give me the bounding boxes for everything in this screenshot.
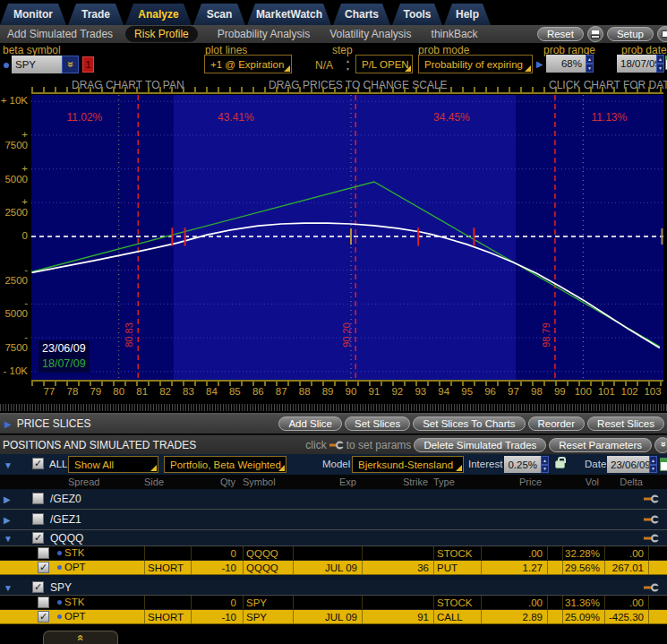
portfolio-dropdown[interactable]: Portfolio, Beta Weighted	[164, 456, 286, 473]
plot-lines-dropdown[interactable]: +1 @ Expiration	[204, 55, 292, 73]
x-tick-label: 82	[159, 386, 171, 397]
interest-stepper[interactable]: ▲ ▼	[541, 456, 549, 473]
prob-date-input[interactable]: 18/07/09	[617, 55, 656, 73]
expand-group-icon[interactable]: ▶	[4, 515, 11, 525]
expand-group-icon[interactable]: ▶	[4, 494, 11, 504]
reset-button[interactable]: Reset	[537, 27, 584, 41]
reset-slices-button[interactable]: Reset Slices	[587, 416, 664, 431]
row-checkbox[interactable]	[38, 547, 49, 559]
group-symbol: QQQQ	[50, 532, 83, 545]
row-checkbox[interactable]: ✓	[38, 562, 49, 573]
wrench-icon[interactable]	[644, 515, 659, 524]
portfolio-value: Portfolio, Beta Weighted	[170, 459, 281, 470]
subtab-probability-analysis[interactable]: Probability Analysis	[218, 28, 310, 40]
instrument-group-QQQQ[interactable]: ▼✓QQQQ	[0, 530, 667, 546]
calendar-icon[interactable]	[660, 458, 667, 471]
position-date-input[interactable]: 23/06/09	[607, 456, 649, 473]
expand-bottom-panel-handle[interactable]: «	[43, 631, 118, 644]
wrench-icon[interactable]	[644, 534, 659, 543]
tab-trade[interactable]: Trade	[68, 4, 124, 25]
tab-analyze[interactable]: Analyze	[125, 4, 192, 25]
interest-down-icon[interactable]: ▼	[541, 465, 549, 474]
collapse-group-icon[interactable]: ▼	[4, 534, 13, 544]
lock-icon[interactable]	[555, 460, 565, 468]
beta-weight-badge[interactable]: 1	[82, 56, 94, 73]
subtab-risk-profile[interactable]: Risk Profile	[125, 26, 198, 42]
risk-profile-chart[interactable]: 11.02%43.41%34.45%11.13%80.8390.2098.79	[31, 95, 663, 380]
price-slices-expand-icon[interactable]: ▶	[4, 419, 12, 429]
all-checkbox[interactable]: ✓	[32, 458, 44, 469]
cell-price: 1.27	[481, 561, 546, 574]
subtab-volatility-analysis[interactable]: Volatility Analysis	[329, 28, 411, 40]
step-mode-dropdown[interactable]: P/L OPEN	[355, 55, 413, 73]
group-checkbox[interactable]: ✓	[32, 581, 44, 593]
detach-window-icon[interactable]	[657, 26, 667, 42]
panel-resize-handle[interactable]	[0, 404, 667, 411]
tab-scan[interactable]: Scan	[193, 4, 245, 25]
show-all-dropdown[interactable]: Show All	[68, 456, 158, 473]
collapse-panel-icon[interactable]: «	[654, 437, 667, 453]
step-down-icon[interactable]: ▼	[344, 64, 352, 73]
subtab-thinkback[interactable]: thinkBack	[432, 28, 478, 40]
tab-tools[interactable]: Tools	[392, 4, 442, 25]
dropdown-fold-icon	[405, 65, 411, 72]
instrument-dot-icon	[57, 565, 62, 570]
prob-date-down-icon[interactable]: ▼	[656, 64, 664, 73]
set-slices-to-charts-button[interactable]: Set Slices To Charts	[413, 416, 525, 431]
interest-input[interactable]: 0.25%	[504, 456, 541, 473]
delete-simulated-trades-button[interactable]: Delete Simulated Trades	[414, 438, 546, 452]
expand-right-icon[interactable]: ▶	[536, 59, 543, 69]
tab-help[interactable]: Help	[444, 4, 491, 25]
wrench-icon[interactable]	[644, 583, 659, 592]
instrument-group-GEZ0[interactable]: ▶/GEZ0	[0, 489, 667, 510]
setup-button[interactable]: Setup	[607, 27, 654, 41]
position-date-down-icon[interactable]: ▼	[649, 465, 657, 474]
beta-symbol-dropdown-button[interactable]: «	[62, 56, 79, 73]
beta-symbol-input[interactable]: SPY	[12, 56, 62, 73]
prob-range-stepper[interactable]: ▲ ▼	[586, 55, 594, 73]
set-slices-button[interactable]: Set Slices	[345, 416, 410, 431]
position-row-QQQQ-STK[interactable]: STK0QQQQSTOCK.0032.28%.00	[0, 546, 667, 561]
prob-date-stepper[interactable]: ▲ ▼	[656, 55, 664, 73]
tab-monitor[interactable]: Monitor	[0, 4, 66, 25]
prob-range-input[interactable]: 68%	[546, 55, 586, 73]
beta-symbol-label: beta symbol	[3, 44, 61, 56]
row-checkbox[interactable]: ✓	[38, 611, 49, 623]
step-up-icon[interactable]: ▲	[344, 56, 352, 64]
interest-up-icon[interactable]: ▲	[541, 456, 549, 465]
prob-date-up-icon[interactable]: ▲	[656, 55, 664, 64]
position-row-SPY-STK[interactable]: STK0SPYSTOCK.0031.36%.00	[0, 596, 667, 610]
instrument-group-GEZ1[interactable]: ▶/GEZ1	[0, 510, 667, 530]
slice-price-label: 80.83	[124, 320, 134, 350]
positions-title: POSITIONS AND SIMULATED TRADES	[3, 439, 196, 451]
reorder-button[interactable]: Reorder	[528, 416, 586, 431]
group-checkbox[interactable]	[32, 493, 44, 504]
position-row-QQQQ-OPT[interactable]: ✓OPTSHORT-10QQQQJUL 0936PUT1.2729.56%267…	[0, 561, 667, 575]
cell-delta: -425.30	[604, 610, 647, 623]
filter-expand-icon[interactable]: ▼	[4, 460, 13, 470]
reset-parameters-button[interactable]: Reset Parameters	[549, 438, 652, 452]
tab-marketwatch[interactable]: MarketWatch	[247, 4, 331, 25]
position-date-up-icon[interactable]: ▲	[649, 456, 657, 465]
add-slice-button[interactable]: Add Slice	[278, 416, 342, 431]
group-checkbox[interactable]: ✓	[32, 532, 44, 544]
model-dropdown[interactable]: Bjerksund-Stensland	[352, 456, 464, 473]
all-label: ALL	[49, 459, 67, 469]
collapse-group-icon[interactable]: ▼	[4, 583, 13, 593]
thinkorswim-analyze-window: MonitorTradeAnalyzeScanMarketWatchCharts…	[0, 0, 667, 644]
step-stepper[interactable]: ▲ ▼	[344, 56, 352, 73]
cell-type: CALL	[433, 610, 480, 623]
wrench-icon[interactable]	[644, 494, 659, 503]
prob-mode-dropdown[interactable]: Probability of expiring	[418, 55, 533, 73]
cell-delta: .00	[604, 546, 647, 560]
print-icon[interactable]	[587, 26, 603, 42]
position-row-SPY-OPT[interactable]: ✓OPTSHORT-10SPYJUL 0991CALL2.8925.09%-42…	[0, 610, 667, 624]
prob-range-up-icon[interactable]: ▲	[586, 55, 594, 64]
position-date-stepper[interactable]: ▲ ▼	[649, 456, 657, 473]
instrument-group-SPY[interactable]: ▼✓SPY	[0, 580, 667, 596]
row-checkbox[interactable]	[38, 597, 49, 608]
group-checkbox[interactable]	[32, 513, 44, 525]
subtab-add-simulated-trades[interactable]: Add Simulated Trades	[7, 28, 113, 40]
prob-range-down-icon[interactable]: ▼	[586, 64, 594, 73]
tab-charts[interactable]: Charts	[333, 4, 390, 25]
